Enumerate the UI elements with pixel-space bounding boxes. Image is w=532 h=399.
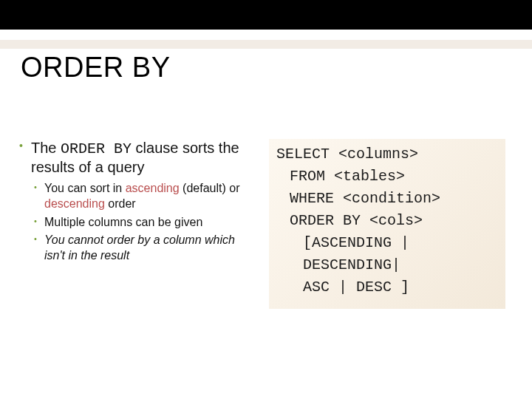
content-row: The ORDER BY clause sorts the results of… — [19, 139, 513, 309]
topbar — [0, 0, 532, 30]
left-column: The ORDER BY clause sorts the results of… — [19, 139, 256, 309]
slide-title: ORDER BY — [21, 52, 170, 83]
sub1-mid: (default) or — [180, 182, 240, 194]
subbar-white — [0, 30, 532, 40]
code-line-abbrev: ASC | DESC ] — [276, 276, 498, 299]
subbullet-restriction: You cannot order by a column which isn't… — [34, 233, 256, 264]
code-line-where: WHERE <condition> — [276, 188, 498, 210]
code-line-from: FROM <tables> — [276, 166, 498, 188]
code-line-asc: [ASCENDING | — [276, 232, 498, 254]
subbullet-list: You can sort in ascending (default) or d… — [34, 181, 256, 264]
subbullet-multiple-cols: Multiple columns can be given — [34, 215, 256, 231]
sub1-desc: descending — [44, 197, 105, 210]
sub1-post: order — [105, 197, 136, 210]
bullet-main: The ORDER BY clause sorts the results of… — [19, 139, 256, 177]
sub3-em: You cannot order by a column which isn't… — [44, 233, 235, 262]
sub1-asc: ascending — [126, 182, 180, 194]
code-line-desc: DESCENDING| — [276, 254, 498, 276]
bullet-text-pre: The — [31, 140, 61, 156]
subbar-tan — [0, 40, 532, 49]
subbullet-sort-order: You can sort in ascending (default) or d… — [34, 181, 256, 212]
code-line-orderby: ORDER BY <cols> — [276, 210, 498, 232]
code-panel: SELECT <columns> FROM <tables> WHERE <co… — [269, 139, 505, 309]
bullet-code: ORDER BY — [61, 140, 132, 157]
sub1-pre: You can sort in — [44, 182, 126, 194]
slide: ORDER BY The ORDER BY clause sorts the r… — [0, 0, 532, 399]
code-line-select: SELECT <columns> — [276, 143, 498, 166]
